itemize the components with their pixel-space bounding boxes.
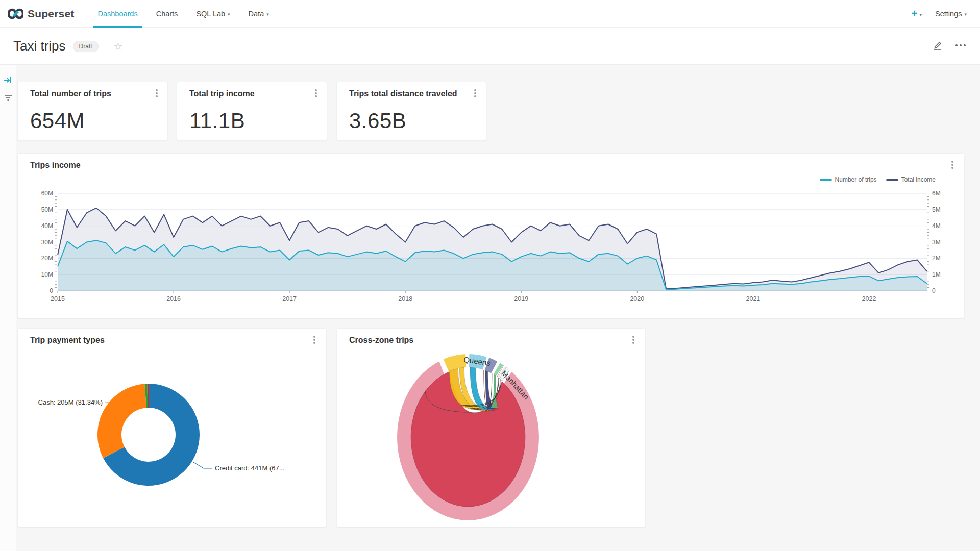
- trips-income-line-chart[interactable]: 010M20M30M40M50M60M01M2M3M4M5M6M20152016…: [18, 154, 965, 319]
- svg-text:1M: 1M: [932, 271, 941, 278]
- more-options-button[interactable]: [311, 88, 321, 98]
- svg-text:2019: 2019: [514, 295, 528, 303]
- cross-zone-chord-chart[interactable]: ManhattanQueens: [337, 329, 646, 528]
- svg-text:10M: 10M: [41, 271, 53, 278]
- kpi-card-total-trips: Total number of trips 654M: [17, 82, 168, 141]
- superset-logo[interactable]: Superset: [0, 8, 88, 20]
- nav-right: + ▾ Settings ▾: [912, 8, 980, 19]
- payment-types-card: Trip payment types Cash: 205M (31.34%)Cr…: [17, 328, 327, 527]
- nav-data[interactable]: Data ▾: [239, 0, 278, 28]
- expand-filter-bar-icon[interactable]: [4, 76, 13, 87]
- svg-text:2017: 2017: [282, 295, 297, 303]
- header-actions: [932, 40, 980, 53]
- svg-text:2021: 2021: [746, 295, 760, 303]
- svg-text:2M: 2M: [932, 255, 941, 262]
- svg-text:40M: 40M: [41, 222, 53, 230]
- chevron-down-icon: ▾: [266, 12, 269, 17]
- kpi-title: Total trip income: [189, 89, 255, 98]
- kpi-value: 3.65B: [349, 109, 406, 133]
- dashboard-header: Taxi trips Draft ☆: [0, 28, 980, 65]
- svg-text:2016: 2016: [166, 295, 181, 303]
- filter-rail: [0, 65, 16, 551]
- filter-icon[interactable]: [4, 93, 13, 105]
- nav-sql-lab[interactable]: SQL Lab ▾: [187, 0, 239, 28]
- kpi-title: Total number of trips: [30, 89, 111, 98]
- more-options-button[interactable]: [471, 88, 480, 98]
- nav-dashboards[interactable]: Dashboards: [88, 0, 146, 28]
- cross-zone-card: Cross-zone trips ManhattanQueens: [336, 328, 646, 527]
- superset-infinity-icon: [8, 8, 23, 19]
- svg-text:3M: 3M: [932, 239, 941, 246]
- slice-label-credit-card: Credit card: 441M (67...: [215, 464, 285, 472]
- svg-text:30M: 30M: [41, 239, 53, 246]
- svg-text:50M: 50M: [41, 206, 53, 213]
- payment-types-donut-chart[interactable]: Cash: 205M (31.34%)Credit card: 441M (67…: [18, 329, 327, 528]
- favorite-star-icon[interactable]: ☆: [114, 40, 123, 53]
- edit-pencil-icon[interactable]: [932, 40, 943, 53]
- brand-name: Superset: [28, 8, 74, 20]
- more-options-button[interactable]: [152, 88, 161, 98]
- svg-text:2015: 2015: [51, 295, 65, 303]
- kpi-value: 654M: [30, 109, 85, 133]
- nav-charts[interactable]: Charts: [147, 0, 187, 28]
- chevron-down-icon: ▾: [920, 12, 922, 17]
- svg-text:0: 0: [932, 287, 936, 294]
- slice-label-cash: Cash: 205M (31.34%): [38, 398, 103, 406]
- more-options-icon[interactable]: [954, 40, 967, 53]
- kpi-title: Trips total distance traveled: [349, 89, 457, 98]
- svg-text:6M: 6M: [932, 190, 941, 197]
- svg-text:4M: 4M: [932, 222, 941, 230]
- svg-text:2018: 2018: [398, 295, 412, 303]
- kpi-value: 11.1B: [189, 109, 245, 133]
- svg-text:2022: 2022: [862, 295, 876, 303]
- svg-text:20M: 20M: [41, 255, 53, 262]
- chevron-down-icon: ▾: [228, 12, 230, 17]
- settings-menu[interactable]: Settings ▾: [935, 10, 967, 18]
- kpi-card-total-distance: Trips total distance traveled 3.65B: [336, 82, 486, 141]
- nav-items: Dashboards Charts SQL Lab ▾ Data ▾: [88, 0, 278, 28]
- new-item-button[interactable]: + ▾: [912, 8, 922, 19]
- page-title: Taxi trips: [13, 38, 66, 54]
- top-navigation: Superset Dashboards Charts SQL Lab ▾ Dat…: [0, 0, 980, 28]
- svg-text:0: 0: [50, 287, 53, 294]
- trips-income-card: Trips income Number of tripsTotal income…: [17, 153, 965, 318]
- svg-text:60M: 60M: [41, 190, 53, 197]
- svg-text:2020: 2020: [630, 295, 644, 303]
- kpi-card-trip-income: Total trip income 11.1B: [177, 82, 327, 141]
- status-badge: Draft: [73, 41, 99, 52]
- svg-text:5M: 5M: [932, 206, 941, 213]
- chevron-down-icon: ▾: [964, 12, 967, 17]
